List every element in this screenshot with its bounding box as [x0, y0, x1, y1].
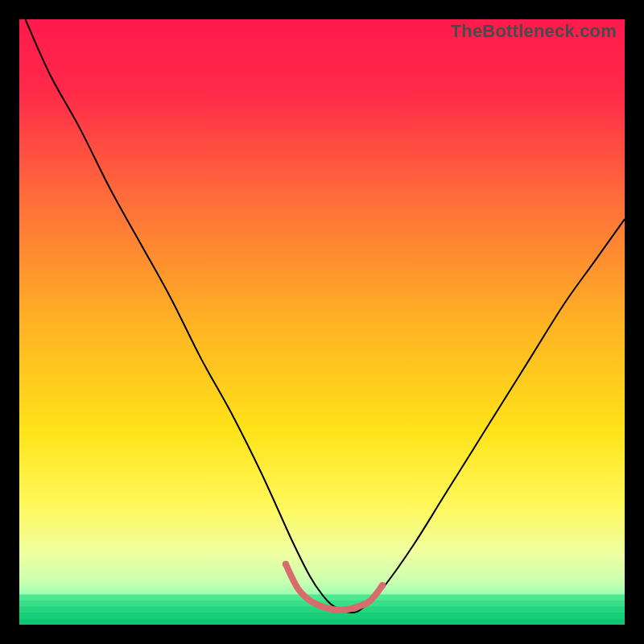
stripe [19, 618, 625, 625]
bottleneck-chart [19, 19, 625, 625]
optimal-band-endpoint [283, 561, 289, 568]
chart-frame: TheBottleneck.com [19, 19, 625, 625]
stripe [19, 613, 625, 619]
watermark-text: TheBottleneck.com [451, 21, 617, 42]
optimal-band-endpoint [379, 582, 386, 588]
gradient-background [19, 19, 625, 625]
